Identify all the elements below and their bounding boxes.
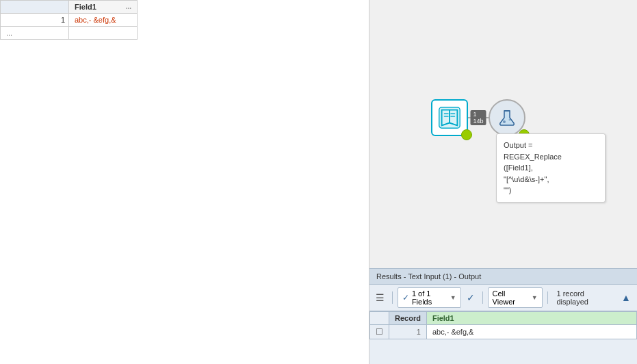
field1-value: abc,- &efg,&: [69, 14, 138, 27]
result-row: ☐ 1 abc,- &efg,&: [370, 325, 637, 339]
results-table-header-row: Record Field1: [370, 312, 637, 325]
upload-icon-button[interactable]: ▲: [619, 290, 633, 305]
tooltip-line2: REGEX_Replace: [504, 151, 598, 163]
viewer-label: Cell Viewer: [493, 289, 529, 306]
results-toolbar: ☰ ✓ 1 of 1 Fields ▼ ✓ Cell Viewer ▼ 1 re…: [369, 285, 637, 311]
results-table-container: Record Field1 ☐ 1 abc,- &efg,&: [369, 311, 637, 364]
formula-tooltip: Output = REGEX_Replace ([Field1], "[^\u\…: [496, 133, 606, 203]
connector: 1 14b: [468, 117, 489, 118]
tooltip-line3: ([Field1],: [504, 162, 598, 174]
text-input-node[interactable]: [431, 99, 468, 136]
connector-badge: 1 14b: [470, 110, 486, 125]
result-field1: abc,- &efg,&: [426, 325, 636, 339]
stack-icon-button[interactable]: ☰: [374, 290, 387, 305]
table-row: 1 abc,- &efg,&: [1, 14, 138, 27]
tooltip-line5: ""): [504, 185, 598, 196]
formula-node[interactable]: [489, 99, 525, 136]
upload-icon: ▲: [621, 292, 631, 303]
cell-viewer-dropdown[interactable]: Cell Viewer ▼: [488, 287, 543, 308]
text-input-icon: [437, 105, 463, 131]
left-panel: Field1 ... 1 abc,- &efg,& ...: [0, 0, 369, 364]
results-title: Results - Text Input (1) - Output: [376, 272, 481, 281]
formula-icon: [497, 108, 517, 127]
tooltip-line1: Output =: [504, 140, 598, 151]
confirm-icon: ✓: [467, 292, 475, 303]
field1-result-header: Field1: [426, 312, 636, 325]
tooltip-line4: "[^\u\d&\s-]+",: [504, 174, 598, 185]
row-number: 1: [1, 14, 69, 27]
fields-label: 1 of 1 Fields: [412, 289, 447, 306]
ellipsis-col1: ...: [1, 27, 69, 40]
toolbar-separator-2: [482, 291, 483, 304]
confirm-icon-button[interactable]: ✓: [464, 290, 478, 305]
ellipsis-col2: [69, 27, 138, 40]
record-header: Record: [389, 312, 427, 325]
results-title-bar: Results - Text Input (1) - Output: [369, 269, 637, 285]
row-icon-header: [370, 312, 389, 325]
record-count: 1 record displayed: [556, 289, 612, 306]
left-table: Field1 ... 1 abc,- &efg,& ...: [0, 0, 138, 40]
fields-dropdown-arrow: ▼: [450, 294, 456, 301]
right-panel: 1 14b Output = REGEX_Replace ([Field1], …: [369, 0, 637, 364]
fields-dropdown[interactable]: ✓ 1 of 1 Fields ▼: [398, 287, 461, 308]
stack-icon: ☰: [376, 292, 385, 303]
row-document-icon: ☐: [376, 327, 383, 337]
row-icon-cell: ☐: [370, 325, 389, 339]
svg-point-4: [509, 119, 511, 121]
tool-node[interactable]: 1 14b: [431, 99, 525, 136]
toolbar-separator-1: [392, 291, 393, 304]
results-table: Record Field1 ☐ 1 abc,- &efg,&: [369, 311, 637, 339]
toolbar-separator-3: [547, 291, 548, 304]
results-panel: Results - Text Input (1) - Output ☰ ✓ 1 …: [369, 268, 637, 364]
ellipsis-row: ...: [1, 27, 138, 40]
header-menu[interactable]: ...: [126, 3, 131, 10]
field1-header: Field1 ...: [69, 1, 138, 14]
checkmark-icon: ✓: [402, 293, 409, 302]
viewer-dropdown-arrow: ▼: [532, 294, 538, 301]
canvas-area: 1 14b Output = REGEX_Replace ([Field1], …: [369, 0, 637, 268]
result-row-num: 1: [389, 325, 427, 339]
tool-node-badge: [461, 129, 472, 140]
svg-point-3: [503, 120, 506, 123]
